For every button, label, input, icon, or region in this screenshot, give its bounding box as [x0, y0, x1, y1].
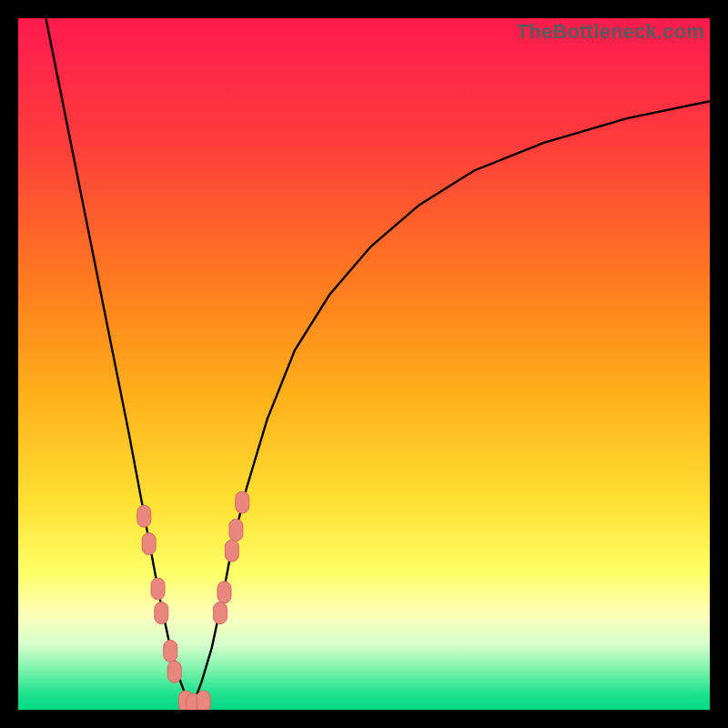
curve-marker — [197, 691, 210, 710]
curve-marker — [217, 581, 231, 603]
curve-marker — [142, 533, 156, 555]
curve-marker — [137, 505, 151, 527]
chart-frame: TheBottleneck.com — [18, 18, 710, 710]
curve-marker — [151, 578, 165, 600]
curve-marker — [167, 661, 181, 682]
curve-marker — [229, 519, 243, 541]
curve-marker — [155, 602, 168, 624]
watermark-text: TheBottleneck.com — [517, 20, 704, 44]
curve-marker — [225, 540, 238, 561]
curve-marker — [164, 640, 177, 662]
curve-marker — [213, 602, 227, 624]
curve-marker — [236, 491, 249, 513]
bottleneck-chart — [18, 18, 710, 710]
gradient-background — [18, 18, 710, 710]
